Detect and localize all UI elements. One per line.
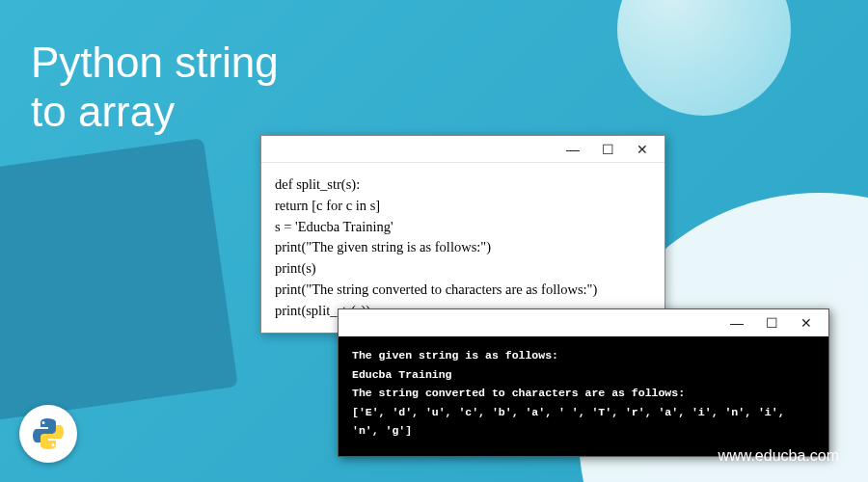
maximize-button[interactable]: ☐ (591, 139, 624, 160)
background-circle-top (617, 0, 791, 116)
terminal-titlebar: — ☐ ✕ (339, 309, 828, 336)
close-button[interactable]: ✕ (790, 312, 823, 334)
page-title: Python string to array (31, 39, 279, 136)
terminal-output: The given string is as follows: Educba T… (339, 336, 828, 456)
minimize-button[interactable]: — (556, 139, 589, 160)
code-line: print(s) (275, 258, 651, 280)
website-url: www.educba.com (719, 447, 839, 465)
code-line: print("The string converted to character… (275, 280, 651, 301)
python-icon (29, 415, 68, 453)
terminal-line: The string converted to characters are a… (352, 384, 815, 403)
code-content: def split_str(s): return [c for c in s] … (261, 163, 665, 333)
minimize-button[interactable]: — (720, 312, 753, 334)
code-window-titlebar: — ☐ ✕ (261, 136, 665, 163)
terminal-line: The given string is as follows: (352, 346, 815, 365)
close-button[interactable]: ✕ (626, 139, 659, 160)
code-line: return [c for c in s] (275, 196, 651, 217)
code-line: s = 'Educba Training' (275, 217, 651, 238)
code-line: def split_str(s): (275, 174, 651, 196)
title-line-1: Python string (31, 39, 279, 86)
python-logo-badge (19, 405, 77, 463)
background-square-left (0, 138, 238, 421)
code-line: print("The given string is as follows:") (275, 237, 651, 258)
terminal-window: — ☐ ✕ The given string is as follows: Ed… (338, 308, 829, 457)
terminal-line: ['E', 'd', 'u', 'c', 'b', 'a', ' ', 'T',… (352, 403, 815, 441)
title-line-2: to array (31, 88, 175, 135)
maximize-button[interactable]: ☐ (755, 312, 788, 334)
code-editor-window: — ☐ ✕ def split_str(s): return [c for c … (260, 135, 665, 334)
terminal-line: Educba Training (352, 365, 815, 385)
